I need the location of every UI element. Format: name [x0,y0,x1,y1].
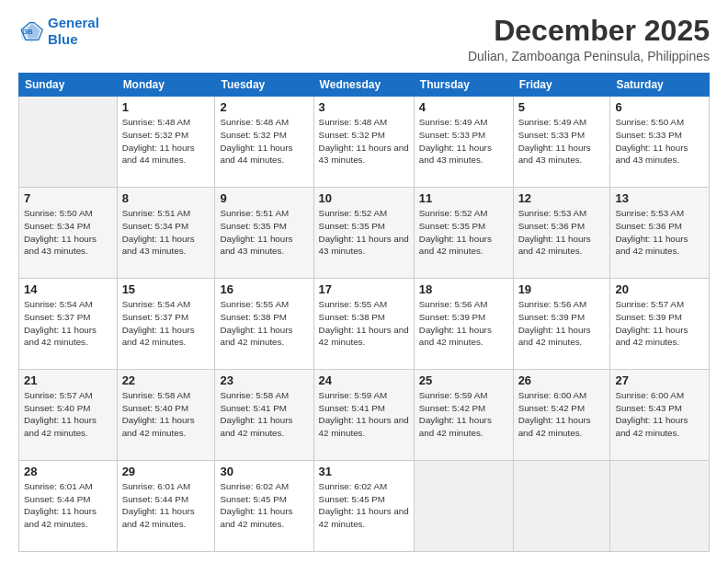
day-info: Sunrise: 5:55 AMSunset: 5:38 PMDaylight:… [220,298,308,349]
day-number: 21 [24,373,112,387]
day-info: Sunrise: 5:52 AMSunset: 5:35 PMDaylight:… [419,207,508,258]
day-info: Sunrise: 6:01 AMSunset: 5:44 PMDaylight:… [122,480,210,531]
logo-icon: GB [18,18,44,44]
page: GB General Blue December 2025 Dulian, Za… [0,0,728,563]
day-info: Sunrise: 5:51 AMSunset: 5:34 PMDaylight:… [122,207,210,258]
day-number: 20 [615,282,704,296]
day-info: Sunrise: 5:50 AMSunset: 5:33 PMDaylight:… [615,116,704,167]
day-info: Sunrise: 5:49 AMSunset: 5:33 PMDaylight:… [518,116,606,167]
day-number: 24 [319,373,409,387]
calendar-cell: 5Sunrise: 5:49 AMSunset: 5:33 PMDaylight… [513,97,610,188]
day-number: 4 [419,100,508,114]
title-block: December 2025 Dulian, Zamboanga Peninsul… [468,15,710,63]
calendar-cell: 1Sunrise: 5:48 AMSunset: 5:32 PMDaylight… [117,97,215,188]
day-number: 18 [419,282,508,296]
weekday-header: Monday [117,74,215,97]
day-info: Sunrise: 5:48 AMSunset: 5:32 PMDaylight:… [220,116,308,167]
day-number: 29 [122,465,210,478]
day-info: Sunrise: 5:58 AMSunset: 5:40 PMDaylight:… [122,389,210,440]
logo-line1: General [48,15,99,30]
day-info: Sunrise: 5:53 AMSunset: 5:36 PMDaylight:… [518,207,606,258]
day-number: 6 [615,100,704,114]
day-number: 1 [122,100,210,114]
day-info: Sunrise: 6:00 AMSunset: 5:43 PMDaylight:… [615,389,704,440]
calendar-cell: 6Sunrise: 5:50 AMSunset: 5:33 PMDaylight… [610,97,710,188]
day-info: Sunrise: 5:59 AMSunset: 5:42 PMDaylight:… [419,389,508,440]
calendar-week-row: 1Sunrise: 5:48 AMSunset: 5:32 PMDaylight… [19,97,710,188]
day-info: Sunrise: 5:54 AMSunset: 5:37 PMDaylight:… [122,298,210,349]
day-number: 11 [419,191,508,205]
svg-text:GB: GB [22,28,33,36]
day-info: Sunrise: 6:02 AMSunset: 5:45 PMDaylight:… [220,480,308,531]
day-info: Sunrise: 5:52 AMSunset: 5:35 PMDaylight:… [319,207,409,258]
day-number: 19 [518,282,606,296]
calendar-cell: 11Sunrise: 5:52 AMSunset: 5:35 PMDayligh… [414,188,513,279]
calendar-week-row: 21Sunrise: 5:57 AMSunset: 5:40 PMDayligh… [19,370,710,461]
calendar-cell: 28Sunrise: 6:01 AMSunset: 5:44 PMDayligh… [19,461,118,552]
day-number: 9 [220,191,308,205]
calendar-cell [610,461,710,552]
calendar-cell: 26Sunrise: 6:00 AMSunset: 5:42 PMDayligh… [513,370,610,461]
day-info: Sunrise: 5:56 AMSunset: 5:39 PMDaylight:… [518,298,606,349]
calendar-cell [19,97,118,188]
day-info: Sunrise: 5:57 AMSunset: 5:39 PMDaylight:… [615,298,704,349]
day-number: 17 [319,282,409,296]
day-info: Sunrise: 5:56 AMSunset: 5:39 PMDaylight:… [419,298,508,349]
day-info: Sunrise: 5:59 AMSunset: 5:41 PMDaylight:… [319,389,409,440]
day-number: 13 [615,191,704,205]
calendar-cell: 3Sunrise: 5:48 AMSunset: 5:32 PMDaylight… [313,97,414,188]
calendar-cell: 16Sunrise: 5:55 AMSunset: 5:38 PMDayligh… [215,279,313,370]
day-number: 2 [220,100,308,114]
logo-text: General Blue [48,15,99,48]
calendar-week-row: 14Sunrise: 5:54 AMSunset: 5:37 PMDayligh… [19,279,710,370]
day-number: 31 [319,465,409,478]
calendar-cell: 15Sunrise: 5:54 AMSunset: 5:37 PMDayligh… [117,279,215,370]
day-number: 14 [24,282,112,296]
weekday-header: Friday [513,74,610,97]
day-info: Sunrise: 6:01 AMSunset: 5:44 PMDaylight:… [24,480,112,531]
calendar-week-row: 7Sunrise: 5:50 AMSunset: 5:34 PMDaylight… [19,188,710,279]
calendar-cell: 8Sunrise: 5:51 AMSunset: 5:34 PMDaylight… [117,188,215,279]
day-info: Sunrise: 5:55 AMSunset: 5:38 PMDaylight:… [319,298,409,349]
day-info: Sunrise: 6:00 AMSunset: 5:42 PMDaylight:… [518,389,606,440]
day-number: 26 [518,373,606,387]
calendar-cell: 18Sunrise: 5:56 AMSunset: 5:39 PMDayligh… [414,279,513,370]
day-number: 30 [220,465,308,478]
subtitle: Dulian, Zamboanga Peninsula, Philippines [468,49,710,63]
day-number: 15 [122,282,210,296]
day-info: Sunrise: 5:58 AMSunset: 5:41 PMDaylight:… [220,389,308,440]
calendar-cell: 27Sunrise: 6:00 AMSunset: 5:43 PMDayligh… [610,370,710,461]
day-info: Sunrise: 5:48 AMSunset: 5:32 PMDaylight:… [319,116,409,167]
weekday-header: Thursday [414,74,513,97]
day-info: Sunrise: 5:48 AMSunset: 5:32 PMDaylight:… [122,116,210,167]
calendar-cell: 19Sunrise: 5:56 AMSunset: 5:39 PMDayligh… [513,279,610,370]
main-title: December 2025 [468,15,710,47]
calendar-cell: 31Sunrise: 6:02 AMSunset: 5:45 PMDayligh… [313,461,414,552]
calendar-cell: 9Sunrise: 5:51 AMSunset: 5:35 PMDaylight… [215,188,313,279]
calendar-cell [513,461,610,552]
weekday-header: Wednesday [313,74,414,97]
calendar-cell: 12Sunrise: 5:53 AMSunset: 5:36 PMDayligh… [513,188,610,279]
day-info: Sunrise: 5:49 AMSunset: 5:33 PMDaylight:… [419,116,508,167]
day-info: Sunrise: 5:57 AMSunset: 5:40 PMDaylight:… [24,389,112,440]
calendar-cell: 24Sunrise: 5:59 AMSunset: 5:41 PMDayligh… [313,370,414,461]
logo: GB General Blue [18,15,99,48]
day-info: Sunrise: 5:50 AMSunset: 5:34 PMDaylight:… [24,207,112,258]
calendar-week-row: 28Sunrise: 6:01 AMSunset: 5:44 PMDayligh… [19,461,710,552]
day-number: 22 [122,373,210,387]
calendar-cell: 25Sunrise: 5:59 AMSunset: 5:42 PMDayligh… [414,370,513,461]
calendar-cell: 17Sunrise: 5:55 AMSunset: 5:38 PMDayligh… [313,279,414,370]
calendar-cell: 13Sunrise: 5:53 AMSunset: 5:36 PMDayligh… [610,188,710,279]
calendar-cell: 22Sunrise: 5:58 AMSunset: 5:40 PMDayligh… [117,370,215,461]
calendar-cell: 29Sunrise: 6:01 AMSunset: 5:44 PMDayligh… [117,461,215,552]
calendar-cell: 7Sunrise: 5:50 AMSunset: 5:34 PMDaylight… [19,188,118,279]
calendar-cell: 10Sunrise: 5:52 AMSunset: 5:35 PMDayligh… [313,188,414,279]
logo-line2: Blue [48,31,78,47]
day-number: 5 [518,100,606,114]
day-info: Sunrise: 6:02 AMSunset: 5:45 PMDaylight:… [319,480,409,531]
day-number: 16 [220,282,308,296]
day-info: Sunrise: 5:54 AMSunset: 5:37 PMDaylight:… [24,298,112,349]
weekday-header: Tuesday [215,74,313,97]
day-number: 12 [518,191,606,205]
day-info: Sunrise: 5:51 AMSunset: 5:35 PMDaylight:… [220,207,308,258]
